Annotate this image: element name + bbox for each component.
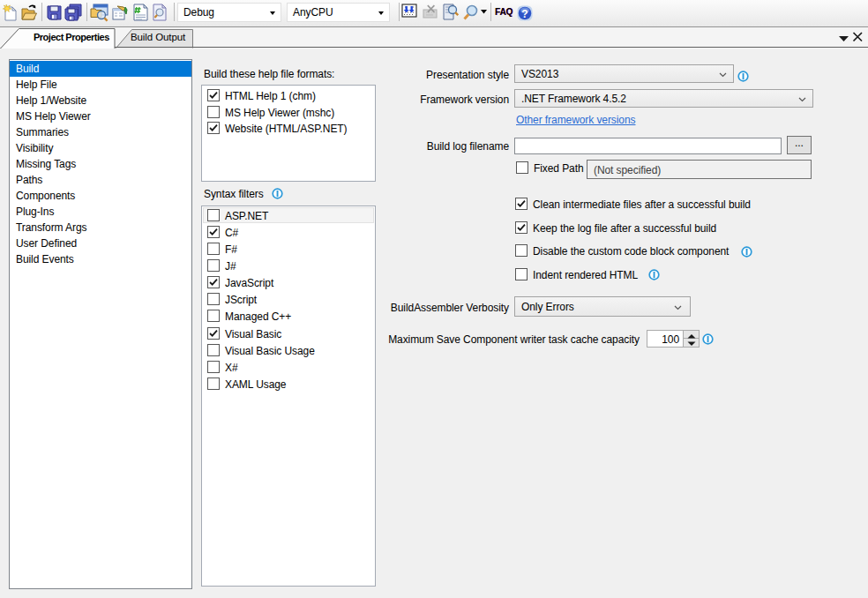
- svg-text:?: ?: [521, 8, 528, 20]
